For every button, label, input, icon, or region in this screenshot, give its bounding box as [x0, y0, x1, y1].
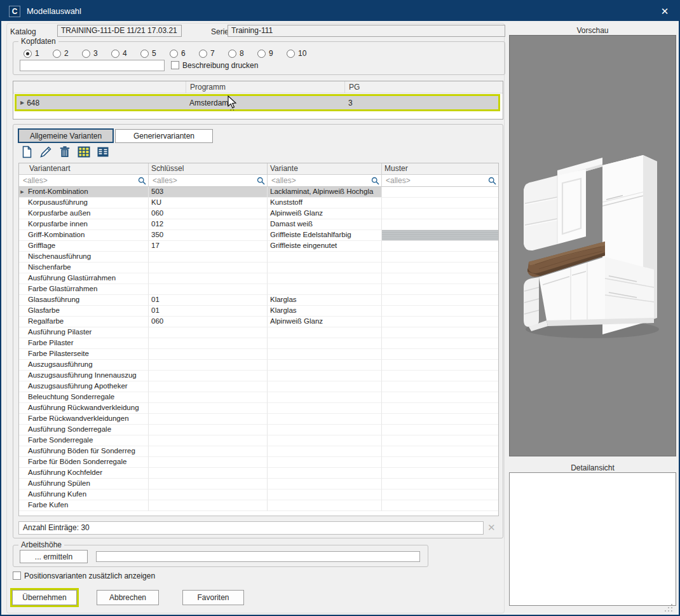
grid-icon[interactable]	[77, 145, 91, 159]
variant-row[interactable]: Beleuchtung Sonderregale	[19, 392, 498, 403]
variant-row[interactable]: Ausführung Kochfelder	[19, 468, 498, 479]
cell-schluessel: 01	[149, 306, 268, 317]
variant-row[interactable]: Nischenfarbe	[19, 263, 498, 273]
model-col-blank	[13, 81, 186, 93]
kopfdaten-radio-2[interactable]: 2	[53, 49, 82, 58]
cell-variante	[268, 500, 382, 511]
variant-row[interactable]: Nischenausführung	[19, 252, 498, 263]
variant-row[interactable]: Ausführung Glastürrahmen	[19, 273, 498, 284]
variant-row[interactable]: Ausführung Böden für Sonderreg	[19, 446, 498, 457]
variant-row[interactable]: Griff-Kombination350Griffleiste Edelstah…	[19, 230, 498, 241]
cell-variante: Griffleiste eingenutet	[268, 241, 382, 252]
cell-muster	[382, 338, 498, 349]
radio-label: 5	[152, 49, 156, 58]
cell-schluessel	[149, 349, 268, 360]
kopfdaten-radio-10[interactable]: 10	[287, 49, 316, 58]
cell-schluessel	[149, 327, 268, 338]
kopfdaten-description-input[interactable]	[20, 60, 165, 71]
variant-row[interactable]: Ausführung Spülen	[19, 479, 498, 489]
abbrechen-button[interactable]: Abbrechen	[97, 590, 159, 605]
cell-muster	[382, 327, 498, 338]
katalog-field[interactable]: TRAINING-111-DE 11/21 17.03.21	[57, 25, 182, 37]
variant-row[interactable]: Glasfarbe01Klarglas	[19, 306, 498, 317]
search-icon[interactable]	[488, 177, 496, 185]
variant-row[interactable]: ▶Front-Kombination503Lacklaminat, Alpinw…	[19, 187, 498, 198]
serie-field[interactable]: Training-111	[228, 25, 505, 37]
variant-row[interactable]: Farbe Pilaster	[19, 338, 498, 349]
cell-variante: Griffleiste Edelstahlfarbig	[268, 230, 382, 241]
edit-icon[interactable]	[39, 145, 53, 159]
table-columns-icon[interactable]	[96, 145, 110, 159]
radio-label: 7	[210, 49, 215, 58]
variant-row[interactable]: KorpusausführungKUKunststoff	[19, 198, 498, 209]
cell-variantenart: Glasausführung	[25, 295, 149, 306]
kopfdaten-radio-9[interactable]: 9	[257, 49, 287, 58]
new-icon[interactable]	[20, 145, 34, 159]
cell-variante	[268, 327, 382, 338]
ermitteln-button[interactable]: ... ermitteln	[20, 550, 88, 563]
cell-muster	[382, 371, 498, 381]
radio-icon	[111, 50, 119, 58]
cell-schluessel	[149, 403, 268, 414]
radio-label: 9	[269, 49, 273, 58]
filter-input-schlssel[interactable]: <alles>	[149, 175, 268, 186]
kopfdaten-radio-5[interactable]: 5	[140, 49, 170, 58]
kopfdaten-radio-6[interactable]: 6	[170, 49, 199, 58]
preview-panel[interactable]	[509, 35, 676, 456]
cell-variantenart: Farbe Rückwandverkleidungen	[25, 414, 149, 425]
filter-input-variante[interactable]: <alles>	[268, 175, 382, 186]
row-gutter	[19, 489, 25, 500]
cell-schluessel	[149, 457, 268, 468]
search-icon[interactable]	[371, 177, 379, 185]
filter-input-variantenart[interactable]: <alles>	[19, 175, 149, 186]
variant-row[interactable]: Ausführung Kufen	[19, 489, 498, 500]
variant-row[interactable]: Farbe Glastürrahmen	[19, 284, 498, 295]
variant-row[interactable]: Auszugsausführung Apotheker	[19, 381, 498, 392]
arbeitshoehe-input[interactable]	[96, 551, 420, 562]
variant-row[interactable]: Glasausführung01Klarglas	[19, 295, 498, 306]
variant-row[interactable]: Regalfarbe060Alpinweiß Glanz	[19, 317, 498, 327]
variant-row[interactable]: Grifflage17Griffleiste eingenutet	[19, 241, 498, 252]
kopfdaten-radio-7[interactable]: 7	[199, 49, 228, 58]
uebernehmen-button[interactable]: Übernehmen	[12, 590, 77, 605]
cell-variante	[268, 435, 382, 446]
tab-allgemeine-varianten[interactable]: Allgemeine Varianten	[18, 128, 114, 143]
kopfdaten-radio-8[interactable]: 8	[228, 49, 257, 58]
beschreibung-drucken-checkbox[interactable]: Beschreibung drucken	[171, 61, 258, 70]
filter-input-muster[interactable]: <alles>	[382, 175, 498, 186]
delete-icon[interactable]	[58, 145, 72, 159]
search-icon[interactable]	[257, 177, 265, 185]
model-table-header: Programm PG	[13, 81, 503, 93]
cell-schluessel	[149, 414, 268, 425]
variant-row[interactable]: Farbe für Böden Sonderregale	[19, 457, 498, 468]
variant-row[interactable]: Korpusfarbe innen012Damast weiß	[19, 219, 498, 230]
cell-variante	[268, 414, 382, 425]
variant-row[interactable]: Auszugsausführung	[19, 360, 498, 371]
variant-row[interactable]: Farbe Sonderregale	[19, 435, 498, 446]
model-row[interactable]: ▶648 Amsterdam 3	[17, 96, 498, 109]
close-icon[interactable]: ✕	[656, 6, 674, 17]
variant-row[interactable]: Farbe Rückwandverkleidungen	[19, 414, 498, 425]
resize-grip[interactable]	[665, 605, 674, 613]
kopfdaten-radio-3[interactable]: 3	[82, 49, 111, 58]
kopfdaten-radio-1[interactable]: 1	[24, 49, 53, 58]
kopfdaten-radio-4[interactable]: 4	[111, 49, 140, 58]
expander-icon[interactable]: ▶	[20, 100, 24, 106]
variant-row[interactable]: Farbe Kufen	[19, 500, 498, 511]
search-icon[interactable]	[138, 177, 146, 185]
favoriten-button[interactable]: Favoriten	[182, 590, 244, 605]
variant-row[interactable]: Korpusfarbe außen060Alpinweiß Glanz	[19, 209, 498, 219]
cell-muster	[382, 479, 498, 489]
window-title: Modellauswahl	[27, 6, 81, 16]
variant-row[interactable]: Ausführung Rückwandverkleidung	[19, 403, 498, 414]
variant-row[interactable]: Ausführung Sonderregale	[19, 425, 498, 435]
clear-filter-icon[interactable]: ✕	[487, 522, 496, 533]
tab-generiervarianten[interactable]: Generiervarianten	[115, 129, 213, 143]
detail-panel[interactable]	[509, 472, 676, 606]
titlebar[interactable]: C Modellauswahl ✕	[1, 1, 679, 21]
row-gutter	[19, 479, 25, 489]
variant-row[interactable]: Auszugsausführung Innenauszug	[19, 371, 498, 381]
variant-row[interactable]: Ausführung Pilaster	[19, 327, 498, 338]
positionsvarianten-checkbox[interactable]: Positionsvarianten zusätzlich anzeigen	[13, 572, 155, 580]
variant-row[interactable]: Farbe Pilasterseite	[19, 349, 498, 360]
